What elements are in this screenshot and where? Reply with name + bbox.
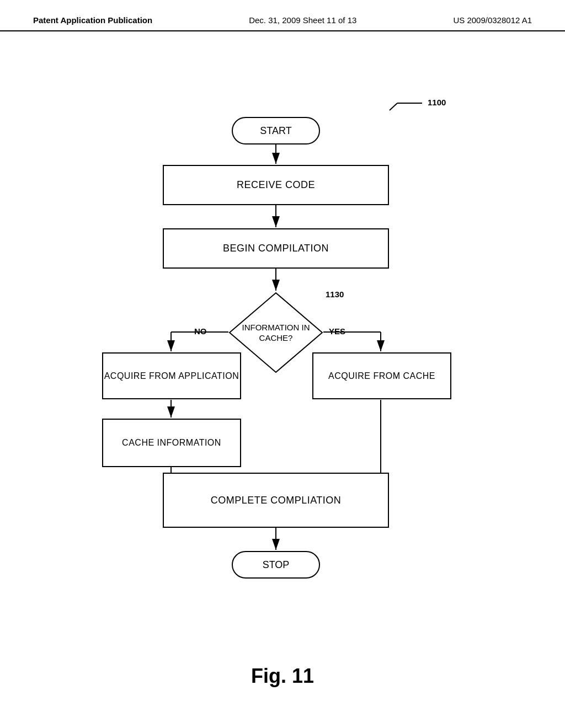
- header-left: Patent Application Publication: [33, 15, 152, 25]
- acquire-from-application-label: ACQUIRE FROM APPLICATION: [104, 371, 239, 381]
- begin-compilation-label: BEGIN COMPILATION: [223, 243, 329, 254]
- svg-line-15: [390, 103, 397, 110]
- stop-node: STOP: [232, 551, 320, 579]
- complete-compilation-node: COMPLETE COMPLIATION: [163, 473, 389, 528]
- header-center: Dec. 31, 2009 Sheet 11 of 13: [249, 15, 356, 25]
- yes-label: YES: [329, 326, 345, 336]
- header: Patent Application Publication Dec. 31, …: [0, 0, 565, 31]
- header-right: US 2009/0328012 A1: [453, 15, 532, 25]
- stop-label: STOP: [263, 559, 290, 571]
- page: Patent Application Publication Dec. 31, …: [0, 0, 565, 728]
- no-label: NO: [194, 326, 207, 336]
- label-1130: 1130: [326, 290, 344, 299]
- start-label: START: [260, 125, 291, 137]
- flowchart-diagram: 1100 START ↗ 1110 RECEIVE CODE ↗ 1120 BE…: [0, 31, 565, 704]
- complete-compilation-label: COMPLETE COMPLIATION: [211, 495, 342, 506]
- cache-information-label: CACHE INFORMATION: [122, 438, 221, 448]
- start-node: START: [232, 117, 320, 144]
- receive-code-node: RECEIVE CODE: [163, 165, 389, 205]
- cache-information-node: CACHE INFORMATION: [102, 419, 241, 467]
- receive-code-label: RECEIVE CODE: [237, 179, 315, 191]
- info-in-cache-label: INFORMATION INCACHE?: [228, 292, 323, 373]
- acquire-from-application-node: ACQUIRE FROM APPLICATION: [102, 352, 241, 399]
- label-1100: 1100: [428, 98, 446, 107]
- acquire-from-cache-label: ACQUIRE FROM CACHE: [328, 371, 435, 381]
- begin-compilation-node: BEGIN COMPILATION: [163, 228, 389, 269]
- info-in-cache-node: INFORMATION INCACHE?: [228, 292, 323, 373]
- figure-label: Fig. 11: [251, 665, 314, 688]
- acquire-from-cache-node: ACQUIRE FROM CACHE: [312, 352, 451, 399]
